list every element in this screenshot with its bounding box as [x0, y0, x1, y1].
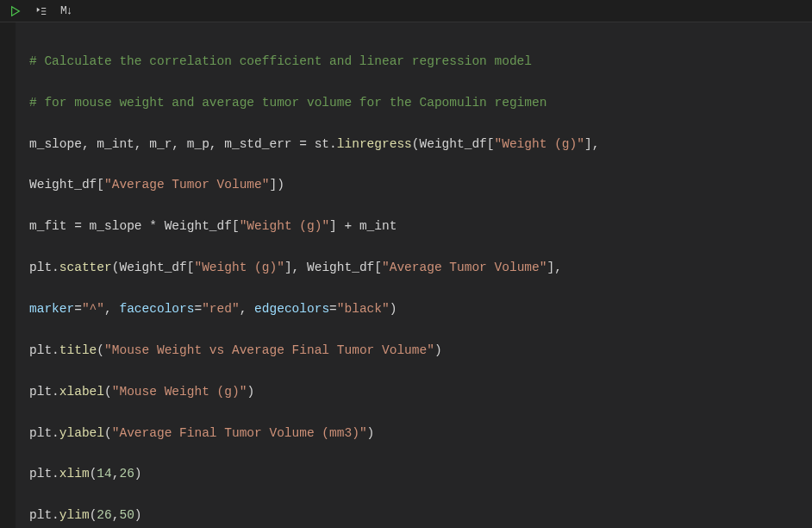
code-token: ],	[584, 137, 599, 151]
code-token: (Weight_df[	[112, 261, 195, 274]
code-token: title	[59, 343, 97, 357]
code-token: "Average Final Tumor Volume (mm3)"	[112, 426, 367, 440]
code-token: (	[104, 426, 112, 440]
code-token: ],	[547, 261, 561, 274]
code-token: 50	[119, 508, 134, 522]
code-token: ,	[104, 302, 119, 316]
code-token: "Mouse Weight (g)"	[112, 385, 247, 399]
code-token: =	[194, 302, 202, 316]
cell-gutter	[0, 22, 16, 528]
code-token: xlim	[59, 467, 90, 481]
code-token: )	[134, 467, 142, 481]
code-token: Weight_df[	[29, 178, 104, 192]
code-token: ])	[269, 178, 284, 192]
code-token: xlabel	[59, 385, 104, 399]
code-token: ,	[240, 302, 254, 316]
code-token: edgecolors	[254, 302, 329, 316]
code-token: plt.	[29, 261, 59, 274]
code-token: "Weight (g)"	[240, 219, 329, 233]
code-token: st.	[307, 137, 337, 151]
code-token: marker	[29, 302, 74, 316]
code-token: m_int	[352, 219, 397, 233]
code-token: )	[390, 302, 397, 316]
code-token: m_fit	[29, 219, 74, 233]
code-token: "black"	[337, 302, 390, 316]
code-token: plt.	[29, 467, 59, 481]
code-token: )	[434, 343, 442, 357]
code-token: plt.	[29, 508, 59, 522]
code-token: "red"	[202, 302, 240, 316]
markdown-icon[interactable]: M↓	[60, 2, 72, 20]
code-token: Weight_df[	[157, 219, 240, 233]
code-token: plt.	[29, 385, 59, 399]
run-by-line-icon[interactable]	[34, 4, 48, 18]
code-comment: # Calculate the correlation coefficient …	[29, 54, 532, 68]
code-token: *	[149, 219, 157, 233]
code-token: "Weight (g)"	[495, 137, 584, 151]
code-token: )	[134, 508, 142, 522]
code-token: plt.	[29, 426, 59, 440]
code-token: =	[74, 219, 82, 233]
code-token: 26	[97, 508, 111, 522]
code-token: 26	[119, 467, 134, 481]
code-cell: # Calculate the correlation coefficient …	[0, 22, 812, 528]
code-token: ]	[329, 219, 344, 233]
code-token: scatter	[59, 261, 112, 274]
code-editor[interactable]: # Calculate the correlation coefficient …	[16, 22, 812, 528]
code-token: ylim	[59, 508, 90, 522]
code-token: ], Weight_df[	[284, 261, 382, 274]
code-token: m_slope, m_int, m_r, m_p, m_std_err	[29, 137, 299, 151]
code-token: (	[97, 343, 104, 357]
code-token: =	[299, 137, 307, 151]
code-token: )	[367, 426, 375, 440]
code-token: "Average Tumor Volume"	[104, 178, 269, 192]
code-token: "^"	[82, 302, 104, 316]
run-cell-icon[interactable]	[9, 4, 22, 18]
code-token: linregress	[337, 137, 412, 151]
code-token: ylabel	[59, 426, 104, 440]
code-comment: # for mouse weight and average tumor vol…	[29, 96, 547, 110]
code-token: facecolors	[119, 302, 194, 316]
code-token: m_slope	[82, 219, 149, 233]
code-token: )	[247, 385, 254, 399]
code-token: =	[329, 302, 337, 316]
code-token: "Weight (g)"	[194, 261, 284, 274]
code-token: =	[74, 302, 82, 316]
code-token: (	[104, 385, 112, 399]
code-token: plt.	[29, 343, 59, 357]
cell-toolbar: M↓	[0, 0, 812, 22]
code-token: "Mouse Weight vs Average Final Tumor Vol…	[104, 343, 434, 357]
code-token: 14	[97, 467, 111, 481]
code-token: (Weight_df[	[412, 137, 495, 151]
code-token: +	[345, 219, 353, 233]
code-token: "Average Tumor Volume"	[382, 261, 547, 274]
